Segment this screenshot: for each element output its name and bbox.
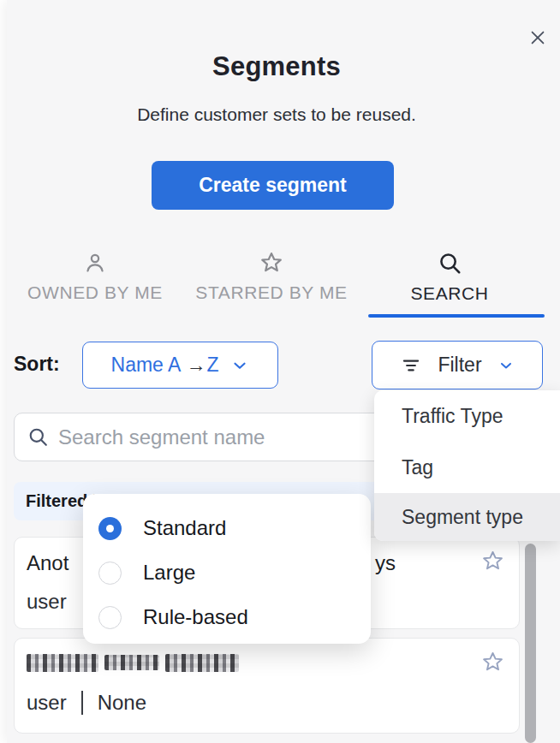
filter-menu: Traffic Type Tag Segment type <box>374 390 560 541</box>
search-icon <box>27 425 50 449</box>
star-toggle-button[interactable] <box>480 650 506 675</box>
arrow-right-glyph: → <box>186 354 206 376</box>
segment-name-fragment: ys <box>375 551 396 575</box>
menu-item-traffic-type[interactable]: Traffic Type <box>374 390 560 442</box>
segment-list-item[interactable]: userNone <box>14 638 520 734</box>
radio-option-standard[interactable]: Standard <box>98 506 371 550</box>
sort-label: Sort: <box>14 353 60 376</box>
person-icon <box>82 250 108 276</box>
chevron-down-icon <box>230 356 249 375</box>
segment-name-fragment: Anot <box>27 551 69 575</box>
create-segment-button[interactable]: Create segment <box>152 161 394 210</box>
tab-owned-label: OWNED BY ME <box>27 282 163 303</box>
vertical-scrollbar-thumb[interactable] <box>525 544 536 743</box>
radio-option-large[interactable]: Large <box>98 550 371 595</box>
filter-lines-icon <box>400 354 422 377</box>
segment-meta: user <box>27 590 67 614</box>
tab-starred-label: STARRED BY ME <box>195 282 347 303</box>
tab-search[interactable]: SEARCH <box>361 250 538 315</box>
active-tab-underline <box>368 314 545 318</box>
star-toggle-button[interactable] <box>480 549 506 574</box>
segments-modal-screen: Segments Define customer sets to be reus… <box>0 0 560 743</box>
radio-unselected-icon <box>98 562 122 585</box>
close-icon <box>528 28 547 47</box>
close-button[interactable] <box>522 22 553 53</box>
search-icon <box>437 250 463 276</box>
filter-dropdown-button[interactable]: Filter <box>372 341 543 389</box>
star-icon <box>259 250 284 276</box>
page-title: Segments <box>0 51 553 82</box>
menu-item-tag[interactable]: Tag <box>374 442 560 493</box>
sort-value: Name A→Z <box>111 354 219 377</box>
segment-meta: userNone <box>27 691 146 715</box>
page-subtitle: Define customer sets to be reused. <box>0 104 553 125</box>
radio-selected-icon <box>98 517 122 540</box>
chevron-down-icon <box>497 357 515 374</box>
redacted-segment-name <box>27 652 239 673</box>
filter-button-label: Filter <box>438 354 481 377</box>
tab-owned-by-me[interactable]: OWNED BY ME <box>7 250 183 315</box>
sort-dropdown[interactable]: Name A→Z <box>82 342 278 389</box>
radio-option-rule-based[interactable]: Rule-based <box>98 595 371 639</box>
tab-search-label: SEARCH <box>410 283 488 304</box>
menu-item-segment-type[interactable]: Segment type <box>374 493 560 541</box>
radio-unselected-icon <box>98 606 122 629</box>
segment-type-popup: Standard Large Rule-based <box>83 494 371 644</box>
pipe-divider <box>81 691 83 715</box>
tab-starred-by-me[interactable]: STARRED BY ME <box>183 250 360 315</box>
